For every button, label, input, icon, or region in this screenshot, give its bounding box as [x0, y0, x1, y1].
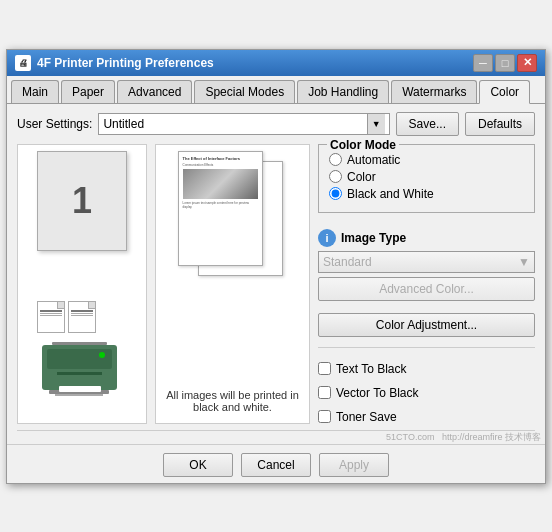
svg-rect-2 — [47, 349, 112, 369]
radio-color: Color — [329, 170, 524, 184]
color-mode-title: Color Mode — [327, 138, 399, 152]
svg-point-6 — [99, 352, 105, 358]
text-to-black-label: Text To Black — [336, 362, 406, 376]
radio-bw: Black and White — [329, 187, 524, 201]
user-settings-combo[interactable]: Untitled ▼ — [98, 113, 389, 135]
preview-left-panel: 1 — [17, 144, 147, 424]
tab-special-modes[interactable]: Special Modes — [194, 80, 295, 103]
ok-button[interactable]: OK — [163, 453, 233, 477]
tab-advanced[interactable]: Advanced — [117, 80, 192, 103]
title-bar: 🖨 4F Printer Printing Preferences ─ □ ✕ — [7, 50, 545, 76]
minimize-button[interactable]: ─ — [473, 54, 493, 72]
color-adjustment-button[interactable]: Color Adjustment... — [318, 313, 535, 337]
main-area: 1 — [17, 144, 535, 424]
main-window: 🖨 4F Printer Printing Preferences ─ □ ✕ … — [6, 49, 546, 484]
tab-bar: Main Paper Advanced Special Modes Job Ha… — [7, 76, 545, 104]
image-type-section: i Image Type Standard ▼ Advanced Color..… — [318, 225, 535, 301]
doc-icon-1 — [37, 301, 65, 333]
content-area: User Settings: Untitled ▼ Save... Defaul… — [7, 104, 545, 430]
page-card-front: The Effect of Interface Factors Communic… — [178, 151, 263, 266]
user-settings-value: Untitled — [103, 117, 144, 131]
vector-to-black-checkbox[interactable] — [318, 386, 331, 399]
advanced-color-button[interactable]: Advanced Color... — [318, 277, 535, 301]
printer-icon — [37, 337, 127, 417]
window-icon: 🖨 — [15, 55, 31, 71]
select-arrow-icon: ▼ — [518, 255, 530, 269]
bottom-bar: OK Cancel Apply — [7, 444, 545, 483]
tab-paper[interactable]: Paper — [61, 80, 115, 103]
color-mode-group: Color Mode Automatic Color Black and Whi… — [318, 144, 535, 213]
radio-color-input[interactable] — [329, 170, 342, 183]
svg-rect-5 — [55, 394, 103, 396]
title-controls: ─ □ ✕ — [473, 54, 537, 72]
radio-color-label: Color — [347, 170, 376, 184]
image-type-header: i Image Type — [318, 229, 535, 247]
bw-preview-text: All images will be printed in black and … — [162, 385, 303, 417]
user-settings-row: User Settings: Untitled ▼ Save... Defaul… — [17, 112, 535, 136]
save-button[interactable]: Save... — [396, 112, 459, 136]
vector-to-black-label: Vector To Black — [336, 386, 419, 400]
combo-arrow-icon: ▼ — [367, 114, 385, 134]
text-to-black-row: Text To Black — [318, 362, 535, 376]
svg-rect-0 — [52, 342, 107, 345]
window-title: 4F Printer Printing Preferences — [37, 56, 214, 70]
tab-watermarks[interactable]: Watermarks — [391, 80, 477, 103]
image-type-select[interactable]: Standard ▼ — [318, 251, 535, 273]
info-icon: i — [318, 229, 336, 247]
close-button[interactable]: ✕ — [517, 54, 537, 72]
radio-automatic-label: Automatic — [347, 153, 400, 167]
options-panel: Color Mode Automatic Color Black and Whi… — [318, 144, 535, 424]
tab-job-handling[interactable]: Job Handling — [297, 80, 389, 103]
text-to-black-checkbox[interactable] — [318, 362, 331, 375]
image-type-title: Image Type — [341, 231, 406, 245]
radio-automatic-input[interactable] — [329, 153, 342, 166]
pages-preview: The Effect of Interface Factors Lorem ip… — [178, 151, 288, 281]
maximize-button[interactable]: □ — [495, 54, 515, 72]
svg-rect-3 — [57, 372, 102, 375]
doc-icons — [37, 301, 96, 333]
separator — [318, 347, 535, 348]
tab-main[interactable]: Main — [11, 80, 59, 103]
toner-save-label: Toner Save — [336, 410, 397, 424]
radio-bw-input[interactable] — [329, 187, 342, 200]
preview-right-panel: The Effect of Interface Factors Lorem ip… — [155, 144, 310, 424]
radio-automatic: Automatic — [329, 153, 524, 167]
toner-save-checkbox[interactable] — [318, 410, 331, 423]
vector-to-black-row: Vector To Black — [318, 386, 535, 400]
doc-icon-2 — [68, 301, 96, 333]
apply-button[interactable]: Apply — [319, 453, 389, 477]
defaults-button[interactable]: Defaults — [465, 112, 535, 136]
cancel-button[interactable]: Cancel — [241, 453, 311, 477]
user-settings-label: User Settings: — [17, 117, 92, 131]
svg-rect-7 — [59, 386, 101, 392]
printer-area — [37, 301, 127, 417]
watermark: 51CTO.com http://dreamfire 技术博客 — [7, 431, 545, 444]
title-bar-left: 🖨 4F Printer Printing Preferences — [15, 55, 214, 71]
toner-save-row: Toner Save — [318, 410, 535, 424]
radio-bw-label: Black and White — [347, 187, 434, 201]
tab-color[interactable]: Color — [479, 80, 530, 104]
page-number-preview: 1 — [37, 151, 127, 251]
